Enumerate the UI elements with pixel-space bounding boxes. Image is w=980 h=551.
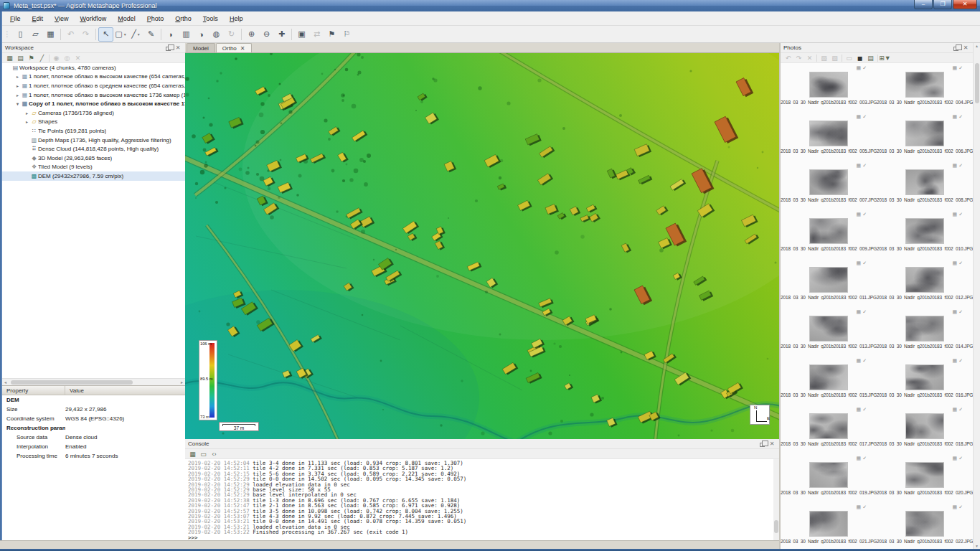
split-view-icon[interactable]: ▥ xyxy=(179,27,194,42)
brightness-contrast-icon[interactable]: ◑ xyxy=(194,27,209,42)
photo-item[interactable]: ▦✓ 2018_03_30_Nadir_g201b20183_f002_015.… xyxy=(781,356,877,405)
photo-thumbnail[interactable] xyxy=(809,511,848,537)
tree-item-dense-cloud[interactable]: ⠿ Dense Cloud (144,818,428 points, High … xyxy=(2,144,185,154)
console-scrollbar[interactable] xyxy=(773,459,779,540)
photo-item[interactable]: ▦✓ 2018_03_30_Nadir_g201b20183_f002_010.… xyxy=(877,209,973,258)
tree-item-cameras[interactable]: ▸ ▱ Cameras (1736/1736 aligned) xyxy=(2,108,185,118)
menu-item-help[interactable]: Help xyxy=(224,13,249,24)
enable-cameras-icon[interactable]: ▧ xyxy=(819,53,829,62)
photo-thumbnail[interactable] xyxy=(905,462,944,488)
remove-photo-icon[interactable]: ✕ xyxy=(804,53,815,62)
photo-item[interactable]: ▦✓ 2018_03_30_Nadir_g201b20183_f002_003.… xyxy=(781,63,877,112)
photo-item[interactable]: ▦✓ 2018_03_30_Nadir_g201b20183_f002_007.… xyxy=(781,161,877,209)
expand-icon[interactable]: ▸ xyxy=(24,110,30,116)
menu-item-photo[interactable]: Photo xyxy=(141,13,170,24)
expand-icon[interactable]: ▸ xyxy=(24,119,30,124)
tree-item-tie-points[interactable]: ∷ Tie Points (619,281 points) xyxy=(2,126,185,136)
menu-item-workflow[interactable]: Workflow xyxy=(74,13,112,24)
scrollbar-thumb[interactable] xyxy=(774,520,778,533)
show-shapes-icon[interactable]: ⚑ xyxy=(324,27,339,42)
photo-thumbnail[interactable] xyxy=(809,121,848,146)
photo-thumbnail[interactable] xyxy=(905,267,944,293)
photo-item[interactable]: ▦✓ 2018_03_30_Nadir_g201b20183_f002_009.… xyxy=(781,209,877,258)
magic-wand-icon[interactable]: ◗ xyxy=(164,27,179,42)
filter-icon[interactable]: ◉ xyxy=(51,53,62,62)
photo-item[interactable]: ▦✓ 2018_03_30_Nadir_g201b20183_f002_020.… xyxy=(877,453,973,502)
tree-item-chunk-copy[interactable]: ▾ ▦ Copy of 1 полет, плотное облако в вы… xyxy=(2,99,185,108)
photo-thumbnail[interactable] xyxy=(905,413,944,439)
photo-thumbnail[interactable] xyxy=(809,462,848,488)
disable-cameras-icon[interactable]: ▨ xyxy=(829,53,840,62)
show-commands-icon[interactable]: ‹› xyxy=(209,449,220,458)
photo-thumbnail[interactable] xyxy=(809,267,848,293)
tree-item-tiled-model[interactable]: ❖ Tiled Model (9 levels) xyxy=(2,163,185,172)
photo-item[interactable]: ▦✓ 2018_03_30_Nadir_g201b20183_f002_018.… xyxy=(877,405,973,453)
photos-scrollbar[interactable]: ▲ ▼ xyxy=(973,43,980,549)
menu-item-view[interactable]: View xyxy=(49,13,74,24)
rotate-left-icon[interactable]: ↶ xyxy=(783,53,793,62)
photo-item[interactable]: ▦✓ 2018_03_30_Nadir_g201b20183_f002_022.… xyxy=(877,502,973,549)
scroll-left-icon[interactable]: ◄ xyxy=(4,380,7,385)
close-panel-icon[interactable]: ✕ xyxy=(174,44,182,52)
ruler-icon[interactable]: ╱▼ xyxy=(128,27,143,42)
reset-view-icon[interactable]: ✚ xyxy=(274,27,289,42)
show-images-icon[interactable]: ▣ xyxy=(294,27,309,42)
scrollbar-thumb[interactable] xyxy=(11,380,133,385)
photo-item[interactable]: ▦✓ 2018_03_30_Nadir_g201b20183_f002_011.… xyxy=(781,258,877,307)
thumbnail-view-icon[interactable]: ◼ xyxy=(854,53,865,62)
redo-icon[interactable]: ↷ xyxy=(78,27,93,42)
tree-item-dem[interactable]: ▩ DEM (29432x27986, 7.59 cm/pix) xyxy=(2,171,185,181)
photo-thumbnail[interactable] xyxy=(809,316,848,342)
photo-thumbnail[interactable] xyxy=(905,511,944,537)
open-project-icon[interactable]: ▱ xyxy=(28,27,43,42)
add-chunk-icon[interactable]: ▦ xyxy=(4,53,15,62)
tree-item-workspace-root[interactable]: ▤ Workspace (4 chunks, 4780 cameras) xyxy=(2,63,185,72)
photo-thumbnail[interactable] xyxy=(809,364,848,390)
workspace-hscrollbar[interactable]: ◄ ► xyxy=(2,378,185,385)
photo-thumbnail[interactable] xyxy=(905,316,944,342)
tree-item-3d-model[interactable]: ◆ 3D Model (28,963,685 faces) xyxy=(2,154,185,163)
photo-item[interactable]: ▦✓ 2018_03_30_Nadir_g201b20183_f002_016.… xyxy=(877,356,973,405)
float-panel-icon[interactable] xyxy=(164,44,172,52)
photo-thumbnail[interactable] xyxy=(809,169,848,195)
menu-item-file[interactable]: File xyxy=(4,13,27,24)
expand-icon[interactable]: ▸ xyxy=(14,93,21,98)
photo-thumbnail[interactable] xyxy=(905,72,944,98)
show-labels-icon[interactable]: ⚐ xyxy=(339,27,354,42)
tree-item-depth-maps[interactable]: ▥ Depth Maps (1736, High quality, Aggres… xyxy=(2,136,185,145)
photo-thumbnail[interactable] xyxy=(809,72,848,98)
photo-item[interactable]: ▦✓ 2018_03_30_Nadir_g201b20183_f002_021.… xyxy=(781,502,877,549)
maximize-button[interactable]: ❐ xyxy=(933,0,952,9)
console-output[interactable]: 2019-02-20 14:52:04 tile 3-4 done in 11.… xyxy=(185,459,773,540)
float-panel-icon[interactable] xyxy=(951,44,960,52)
photo-thumbnail[interactable] xyxy=(905,218,944,244)
clear-console-icon[interactable]: ▭ xyxy=(198,449,209,458)
tree-item-shapes[interactable]: ▸ ▱ Shapes xyxy=(2,118,185,127)
zoom-out-icon[interactable]: ⊖ xyxy=(259,27,274,42)
zoom-in-icon[interactable]: ⊕ xyxy=(244,27,259,42)
photo-item[interactable]: ▦✓ 2018_03_30_Nadir_g201b20183_f002_008.… xyxy=(877,161,973,209)
scroll-up-icon[interactable]: ▲ xyxy=(975,44,979,48)
close-button[interactable]: ✕ xyxy=(953,0,977,9)
save-log-icon[interactable]: ▦ xyxy=(187,449,198,458)
photo-thumbnail[interactable] xyxy=(809,218,848,244)
tree-item-chunk-1[interactable]: ▸ ▦ 1 полет, плотное облако в высоком ка… xyxy=(2,72,185,82)
new-project-icon[interactable]: ▯ xyxy=(13,27,28,42)
thumbnail-size-icon[interactable]: ⊞▼ xyxy=(880,53,890,62)
tree-item-chunk-3[interactable]: ▸ ▦ 1 полет, плотное облако в высоком ка… xyxy=(2,90,185,100)
minimize-button[interactable]: – xyxy=(914,0,933,9)
tab-ortho[interactable]: Ortho✕ xyxy=(216,43,252,52)
color-correction-icon[interactable]: ◍ xyxy=(209,27,224,42)
scroll-right-icon[interactable]: ► xyxy=(180,380,184,385)
details-view-icon[interactable]: ▤ xyxy=(865,53,876,62)
photo-thumbnail[interactable] xyxy=(905,169,944,195)
tree-item-chunk-2[interactable]: ▸ ▦ 1 полет, плотное облако в среднем ка… xyxy=(2,81,185,90)
photo-item[interactable]: ▦✓ 2018_03_30_Nadir_g201b20183_f002_005.… xyxy=(781,112,877,161)
rectangle-selection-icon[interactable]: ▢▼ xyxy=(113,27,128,42)
menu-item-tools[interactable]: Tools xyxy=(197,13,224,24)
undo-icon[interactable]: ↶ xyxy=(63,27,78,42)
expand-icon[interactable]: ▸ xyxy=(14,83,21,88)
reset-filter-icon[interactable]: ◎ xyxy=(62,53,72,62)
float-panel-icon[interactable] xyxy=(758,440,766,448)
photo-item[interactable]: ▦✓ 2018_03_30_Nadir_g201b20183_f002_004.… xyxy=(877,63,973,112)
